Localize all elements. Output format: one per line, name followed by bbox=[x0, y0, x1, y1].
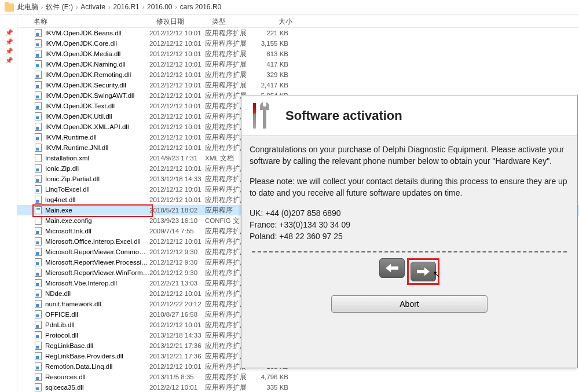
file-name: Ionic.Zip.Partial.dll bbox=[45, 175, 149, 182]
file-name: RegLinkBase.dll bbox=[45, 342, 149, 349]
dll-icon bbox=[34, 352, 43, 360]
dll-icon bbox=[34, 300, 43, 308]
file-date: 2012/12/12 10:01 bbox=[149, 30, 205, 36]
pin-icon[interactable]: 📌 bbox=[5, 38, 12, 45]
file-row[interactable]: IKVM.OpenJDK.Core.dll2012/12/12 10:01应用程… bbox=[17, 38, 579, 49]
file-row[interactable]: IKVM.OpenJDK.Remoting.dll2012/12/12 10:0… bbox=[17, 69, 579, 80]
file-date: 2013/12/21 17:36 bbox=[149, 342, 205, 349]
pin-icon[interactable]: 📌 bbox=[5, 29, 12, 36]
file-date: 2012/12/12 10:01 bbox=[149, 290, 205, 297]
file-date: 2012/12/12 9:30 bbox=[149, 259, 205, 266]
file-row[interactable]: IKVM.OpenJDK.Media.dll2012/12/12 10:01应用… bbox=[17, 49, 579, 59]
breadcrumb-segment[interactable]: 此电脑 bbox=[17, 3, 38, 11]
chevron-right-icon: › bbox=[142, 4, 144, 10]
file-name: Microsoft.Office.Interop.Excel.dll bbox=[45, 238, 149, 245]
file-date: 2014/9/23 17:31 bbox=[149, 155, 205, 162]
file-date: 2013/12/21 17:36 bbox=[149, 353, 205, 360]
file-type: 应用程序扩展 bbox=[205, 39, 252, 48]
file-name: Protocol.dll bbox=[45, 332, 149, 339]
file-date: 2013/11/5 8:35 bbox=[149, 373, 205, 380]
file-date: 2012/12/12 10:01 bbox=[149, 196, 205, 203]
dll-icon bbox=[34, 144, 43, 152]
dll-icon bbox=[34, 196, 43, 204]
pin-icon[interactable]: 📌 bbox=[5, 47, 12, 54]
file-name: IKVM.OpenJDK.XML.API.dll bbox=[45, 123, 149, 130]
file-name: IKVM.OpenJDK.Media.dll bbox=[45, 50, 149, 57]
col-size[interactable]: 大小 bbox=[255, 15, 298, 27]
dialog-text-1: Congratulations on your purchase of Delp… bbox=[250, 144, 569, 167]
dll-icon bbox=[34, 133, 43, 141]
breadcrumb-segment[interactable]: cars 2016.R0 bbox=[180, 3, 221, 11]
quick-access-sidebar: 📌 📌 📌 📌 bbox=[0, 15, 17, 392]
file-row[interactable]: IKVM.OpenJDK.Beans.dll2012/12/12 10:01应用… bbox=[17, 28, 579, 38]
next-button-highlight: ↖ bbox=[407, 258, 439, 285]
file-name: IKVM.OpenJDK.Security.dll bbox=[45, 82, 149, 89]
file-date: 2012/12/12 10:01 bbox=[149, 144, 205, 151]
file-date: 2012/12/12 10:01 bbox=[149, 113, 205, 120]
file-date: 2012/12/12 10:01 bbox=[149, 186, 205, 193]
dll-icon bbox=[34, 123, 43, 131]
breadcrumb-segment[interactable]: 2016.00 bbox=[147, 3, 172, 11]
abort-button[interactable]: Abort bbox=[331, 295, 488, 313]
file-row[interactable]: Resources.dll2013/11/5 8:35应用程序扩展4,796 K… bbox=[17, 372, 579, 382]
separator bbox=[252, 251, 567, 252]
dll-icon bbox=[34, 227, 43, 235]
breadcrumb-segment[interactable]: 2016.R1 bbox=[113, 3, 139, 11]
file-type: 应用程序扩展 bbox=[205, 60, 252, 69]
file-date: 2013/12/18 14:33 bbox=[149, 175, 205, 182]
dll-icon bbox=[34, 237, 43, 246]
back-button[interactable] bbox=[379, 258, 405, 278]
dll-icon bbox=[34, 383, 43, 391]
col-name[interactable]: 名称 bbox=[17, 15, 152, 27]
file-row[interactable]: IKVM.OpenJDK.Security.dll2012/12/12 10:0… bbox=[17, 80, 579, 90]
dll-icon bbox=[34, 362, 43, 371]
file-name: IKVM.OpenJDK.SwingAWT.dll bbox=[45, 92, 149, 99]
file-name: PdnLib.dll bbox=[45, 321, 149, 328]
file-date: 2012/12/12 10:01 bbox=[149, 92, 205, 99]
file-name: sqlceca35.dll bbox=[45, 384, 149, 391]
file-date: 2012/12/12 10:01 bbox=[149, 123, 205, 130]
file-name: Resources.dll bbox=[45, 373, 149, 380]
file-name: OFFICE.dll bbox=[45, 311, 149, 318]
breadcrumb-segment[interactable]: Activate bbox=[80, 3, 105, 11]
file-date: 2012/12/12 10:01 bbox=[149, 61, 205, 68]
file-date: 2013/12/18 14:33 bbox=[149, 332, 205, 339]
file-type: 应用程序扩展 bbox=[205, 50, 252, 58]
dll-icon bbox=[34, 279, 43, 287]
dll-icon bbox=[34, 164, 43, 173]
xml-icon bbox=[34, 217, 43, 225]
dll-icon bbox=[34, 373, 43, 381]
col-type[interactable]: 类型 bbox=[207, 15, 255, 27]
file-date: 2010/8/27 16:58 bbox=[149, 311, 205, 318]
column-headers[interactable]: 名称 修改日期 类型 大小 bbox=[17, 15, 579, 28]
file-name: nunit.framework.dll bbox=[45, 301, 149, 307]
file-type: 应用程序扩展 bbox=[205, 373, 252, 382]
dll-icon bbox=[34, 185, 43, 193]
file-size: 3,155 KB bbox=[252, 40, 295, 47]
breadcrumb-segment[interactable]: 软件 (E:) bbox=[46, 3, 73, 11]
pin-icon[interactable]: 📌 bbox=[5, 57, 12, 64]
file-size: 329 KB bbox=[252, 71, 295, 78]
dll-icon bbox=[34, 269, 43, 277]
file-name: IKVM.Runtime.dll bbox=[45, 134, 149, 141]
dll-icon bbox=[34, 91, 43, 100]
file-date: 2018/5/21 18:02 bbox=[149, 207, 205, 214]
file-row[interactable]: sqlceca35.dll2012/2/12 10:01应用程序扩展335 KB bbox=[17, 382, 579, 392]
file-date: 2012/12/12 10:01 bbox=[149, 134, 205, 141]
dll-icon bbox=[34, 175, 43, 183]
dll-icon bbox=[34, 248, 43, 256]
file-name: IKVM.OpenJDK.Remoting.dll bbox=[45, 71, 149, 78]
file-name: Main.exe bbox=[45, 207, 149, 214]
file-date: 2012/12/22 20:12 bbox=[149, 301, 205, 307]
col-date[interactable]: 修改日期 bbox=[152, 15, 207, 27]
file-name: RegLinkBase.Providers.dll bbox=[45, 353, 149, 360]
next-button[interactable] bbox=[411, 262, 436, 281]
file-row[interactable]: IKVM.OpenJDK.Naming.dll2012/12/12 10:01应… bbox=[17, 59, 579, 69]
file-date: 2012/12/12 10:01 bbox=[149, 238, 205, 245]
dll-icon bbox=[34, 71, 43, 79]
breadcrumb[interactable]: 此电脑›软件 (E:)›Activate›2016.R1›2016.00›car… bbox=[0, 0, 579, 15]
file-size: 335 KB bbox=[252, 384, 295, 391]
dll-icon bbox=[34, 112, 43, 120]
file-type: 应用程序扩展 bbox=[205, 383, 252, 392]
file-size: 2,417 KB bbox=[252, 82, 295, 89]
